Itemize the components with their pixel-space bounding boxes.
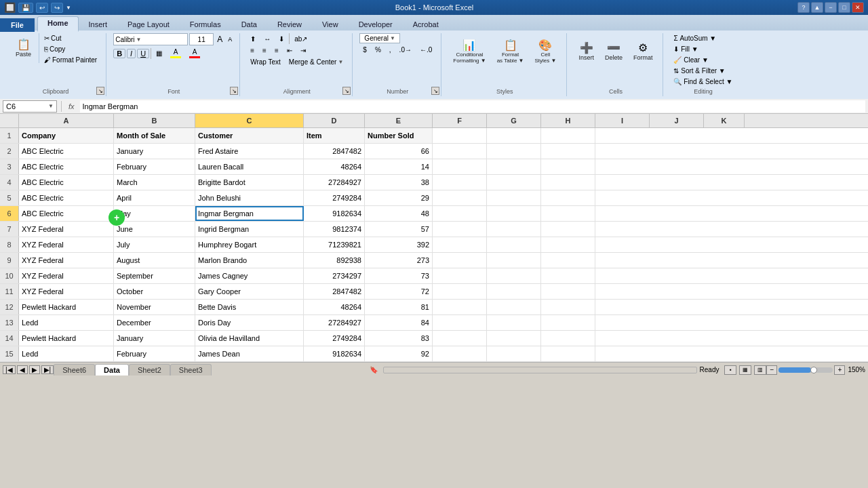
cell-empty[interactable] [541, 190, 595, 205]
cell-c15[interactable]: James Dean [195, 346, 304, 361]
border-button[interactable]: ▦ [153, 48, 165, 58]
cell-b4[interactable]: March [114, 175, 195, 190]
col-header-b[interactable]: B [114, 114, 195, 127]
sheet-tab-sheet6[interactable]: Sheet6 [54, 364, 95, 375]
sheet-tab-sheet3[interactable]: Sheet3 [170, 364, 212, 375]
help-btn[interactable]: ? [797, 2, 810, 13]
merge-center-button[interactable]: Merge & Center▼ [285, 57, 347, 67]
autosum-button[interactable]: Σ AutoSum ▼ [670, 33, 719, 43]
sort-filter-button[interactable]: ⇅ Sort & Filter ▼ [670, 66, 728, 76]
cell-empty[interactable] [541, 222, 595, 237]
cell-d14[interactable]: 2749284 [304, 331, 365, 346]
alignment-expand[interactable]: ↘ [342, 87, 351, 95]
cell-empty[interactable] [487, 144, 541, 159]
tab-insert[interactable]: Insert [79, 18, 118, 30]
sheet-tab-sheet2[interactable]: Sheet2 [129, 364, 170, 375]
cell-e9[interactable]: 273 [365, 253, 433, 268]
cell-empty[interactable] [541, 144, 595, 159]
col-header-g[interactable]: G [487, 114, 541, 127]
close-btn[interactable]: ✕ [852, 2, 864, 13]
cell-empty[interactable] [487, 284, 541, 299]
cell-c5[interactable]: John Belushi [195, 190, 304, 205]
cell-e1[interactable]: Number Sold [365, 128, 433, 143]
format-table-button[interactable]: 📋 Formatas Table ▼ [492, 33, 529, 70]
cell-e8[interactable]: 392 [365, 237, 433, 252]
insert-button[interactable]: ➕ Insert [574, 33, 599, 70]
row-number[interactable]: 1 [0, 128, 19, 143]
delete-button[interactable]: ➖ Delete [600, 33, 627, 70]
cell-a1[interactable]: Company [19, 128, 114, 143]
cell-a3[interactable]: ABC Electric [19, 159, 114, 174]
cell-empty[interactable] [487, 175, 541, 190]
col-header-h[interactable]: H [541, 114, 595, 127]
font-color-button[interactable]: A [186, 47, 203, 60]
cell-empty[interactable] [433, 284, 487, 299]
currency-button[interactable]: $ [359, 45, 370, 55]
cell-empty[interactable] [487, 253, 541, 268]
cell-empty[interactable] [433, 253, 487, 268]
cell-a11[interactable]: XYZ Federal [19, 284, 114, 299]
col-header-e[interactable]: E [365, 114, 433, 127]
tab-nav-prev[interactable]: ◀ [17, 365, 28, 374]
cell-e4[interactable]: 38 [365, 175, 433, 190]
font-expand[interactable]: ↘ [230, 87, 238, 95]
cell-empty[interactable] [487, 190, 541, 205]
cell-a10[interactable]: XYZ Federal [19, 268, 114, 283]
zoom-out-btn[interactable]: − [766, 365, 777, 375]
cell-c14[interactable]: Olivia de Havilland [195, 331, 304, 346]
cell-empty[interactable] [487, 268, 541, 283]
minimize-btn[interactable]: − [825, 2, 837, 13]
cell-d11[interactable]: 2847482 [304, 284, 365, 299]
cell-empty[interactable] [487, 331, 541, 346]
cell-d6[interactable]: 9182634 [304, 206, 365, 221]
row-number[interactable]: 11 [0, 284, 19, 299]
cell-c6[interactable]: Ingmar Bergman [195, 206, 304, 221]
tab-nav-first[interactable]: |◀ [3, 365, 16, 374]
bold-button[interactable]: B [113, 49, 125, 58]
cell-c12[interactable]: Bette Davis [195, 300, 304, 314]
cell-e13[interactable]: 84 [365, 315, 433, 330]
row-number[interactable]: 15 [0, 346, 19, 361]
cell-e6[interactable]: 48 [365, 206, 433, 221]
row-number[interactable]: 7 [0, 222, 19, 237]
cell-a8[interactable]: XYZ Federal [19, 237, 114, 252]
comma-button[interactable]: , [386, 45, 395, 55]
cell-d7[interactable]: 9812374 [304, 222, 365, 237]
cell-c11[interactable]: Gary Cooper [195, 284, 304, 299]
cell-empty[interactable] [433, 175, 487, 190]
cell-a14[interactable]: Pewlett Hackard [19, 331, 114, 346]
clipboard-expand[interactable]: ↘ [96, 87, 104, 95]
cell-b6[interactable]: May+ [114, 206, 195, 221]
cell-a9[interactable]: XYZ Federal [19, 253, 114, 268]
cell-d2[interactable]: 2847482 [304, 144, 365, 159]
row-number[interactable]: 8 [0, 237, 19, 252]
col-header-f[interactable]: F [433, 114, 487, 127]
number-expand[interactable]: ↘ [431, 87, 439, 95]
cell-empty[interactable] [541, 300, 595, 314]
cell-empty[interactable] [541, 175, 595, 190]
cell-e2[interactable]: 66 [365, 144, 433, 159]
orientation-button[interactable]: ab↗ [291, 33, 311, 44]
tab-review[interactable]: Review [267, 18, 312, 30]
cell-c8[interactable]: Humphrey Bogart [195, 237, 304, 252]
cell-empty[interactable] [541, 128, 595, 143]
cell-a2[interactable]: ABC Electric [19, 144, 114, 159]
cell-d4[interactable]: 27284927 [304, 175, 365, 190]
quick-redo[interactable]: ↪ [51, 3, 63, 13]
zoom-thumb[interactable] [810, 367, 817, 373]
cell-d1[interactable]: Item [304, 128, 365, 143]
cell-e11[interactable]: 72 [365, 284, 433, 299]
cell-empty[interactable] [541, 237, 595, 252]
cell-e5[interactable]: 29 [365, 190, 433, 205]
cell-empty[interactable] [541, 284, 595, 299]
row-number[interactable]: 14 [0, 331, 19, 346]
cell-styles-button[interactable]: 🎨 CellStyles ▼ [530, 33, 561, 70]
zoom-bar[interactable] [778, 367, 833, 373]
sheet-tab-data[interactable]: Data [95, 364, 129, 375]
cell-empty[interactable] [487, 315, 541, 330]
cell-empty[interactable] [433, 144, 487, 159]
cell-c9[interactable]: Marlon Brando [195, 253, 304, 268]
tab-nav-next[interactable]: ▶ [29, 365, 40, 374]
format-painter-button[interactable]: 🖌 Format Painter [41, 55, 100, 65]
cell-a12[interactable]: Pewlett Hackard [19, 300, 114, 314]
